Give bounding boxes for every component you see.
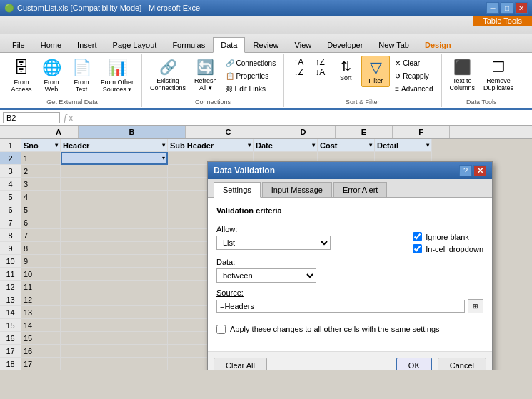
tab-developer[interactable]: Developer	[319, 36, 371, 52]
tab-data[interactable]: Data	[213, 37, 245, 53]
reapply-button[interactable]: ↺ Reapply	[391, 70, 436, 82]
properties-label: Properties	[236, 72, 269, 80]
remove-duplicates-button[interactable]: ❒ RemoveDuplicates	[480, 56, 517, 94]
existing-connections-button[interactable]: 🔗 ExistingConnections	[146, 56, 189, 94]
ignore-blank-label: Ignore blank	[426, 233, 469, 241]
tab-new-tab[interactable]: New Tab	[371, 36, 417, 52]
close-button[interactable]: ✕	[515, 2, 528, 14]
tab-insert[interactable]: Insert	[69, 36, 105, 52]
clear-button[interactable]: ✕ Clear	[391, 57, 436, 69]
source-expand-icon: ⊞	[473, 303, 478, 310]
data-tools-label: Data Tools	[466, 97, 496, 106]
clear-icon: ✕	[395, 59, 401, 67]
tab-formulas[interactable]: Formulas	[164, 36, 213, 52]
dialog-tab-input-message[interactable]: Input Message	[262, 182, 332, 197]
top-bar: Table Tools	[0, 16, 532, 34]
data-tools-buttons: ⬛ Text toColumns ❒ RemoveDuplicates	[446, 56, 518, 97]
existing-connections-icon: 🔗	[159, 59, 177, 76]
connections-icon: 🔗	[226, 59, 234, 67]
from-web-button[interactable]: 🌐 FromWeb	[37, 56, 66, 96]
maximize-button[interactable]: □	[501, 2, 513, 14]
in-cell-dropdown-label: In-cell dropdown	[426, 245, 483, 253]
dialog-tab-settings[interactable]: Settings	[214, 182, 261, 198]
source-row: Source: ⊞	[216, 288, 483, 313]
sort-filter-buttons: ↑A↓Z ↑Z↓A ⇅ Sort ▽ Filter	[288, 56, 436, 97]
filter-button[interactable]: ▽ Filter	[361, 56, 390, 87]
in-cell-dropdown-checkbox[interactable]	[413, 244, 422, 253]
excel-icon: 🟢	[4, 4, 14, 13]
title-bar-left: 🟢 CustomList.xls [Compatibility Mode] - …	[4, 4, 202, 13]
sort-az-icon: ↑A↓Z	[293, 57, 303, 77]
validation-criteria-label: Validation criteria	[216, 206, 483, 215]
tab-design[interactable]: Design	[417, 36, 459, 52]
name-box[interactable]	[3, 112, 60, 123]
apply-label: Apply these changes to all other cells w…	[230, 325, 440, 333]
existing-connections-label: ExistingConnections	[150, 77, 186, 91]
table-tools-area: Table Tools	[473, 16, 532, 26]
sort-filter-label: Sort & Filter	[346, 97, 380, 106]
advanced-button[interactable]: ≡ Advanced	[391, 83, 436, 95]
sort-za-button[interactable]: ↑Z↓A	[310, 56, 330, 79]
ignore-blank-checkbox[interactable]	[413, 232, 422, 241]
from-access-button[interactable]: 🗄 FromAccess	[7, 56, 36, 96]
from-text-label: FromText	[74, 79, 89, 93]
sort-label: Sort	[340, 74, 352, 81]
connections-small-button[interactable]: 🔗 Connections	[222, 57, 280, 69]
from-text-icon: 📄	[72, 59, 91, 77]
properties-icon: 📋	[226, 72, 234, 80]
remove-duplicates-label: RemoveDuplicates	[483, 77, 513, 91]
source-label: Source:	[216, 288, 483, 297]
dialog-title-bar: Data Validation ? ✕	[208, 162, 492, 179]
apply-checkbox[interactable]	[216, 325, 226, 334]
tab-home[interactable]: Home	[33, 36, 69, 52]
tab-page-layout[interactable]: Page Layout	[105, 36, 165, 52]
refresh-all-icon: 🔄	[196, 59, 214, 76]
ignore-blank-row: Ignore blank	[413, 232, 483, 241]
data-select[interactable]: between not between equal to not equal t…	[216, 268, 316, 283]
dialog-tabs: Settings Input Message Error Alert	[208, 179, 492, 198]
source-expand-button[interactable]: ⊞	[468, 299, 483, 313]
from-text-button[interactable]: 📄 FromText	[67, 56, 96, 96]
reapply-label: Reapply	[403, 72, 429, 80]
tab-review[interactable]: Review	[245, 36, 286, 52]
get-external-data-buttons: 🗄 FromAccess 🌐 FromWeb 📄 FromText 📊 From…	[7, 56, 137, 97]
sort-button[interactable]: ⇅ Sort	[331, 56, 360, 84]
dialog-close-button[interactable]: ✕	[473, 165, 486, 176]
from-other-sources-button[interactable]: 📊 From OtherSources ▾	[97, 56, 137, 96]
allow-select[interactable]: List Any value Whole number Decimal Date…	[216, 236, 331, 250]
connections-small-group: 🔗 Connections 📋 Properties ⛓ Edit Links	[222, 56, 280, 95]
dialog-tab-error-alert[interactable]: Error Alert	[333, 182, 388, 197]
connections-small-label: Connections	[236, 59, 276, 67]
spreadsheet: A B C D E F 1 2 3 4 5 6 7 8 9 10 11 12 1…	[0, 126, 532, 370]
from-access-icon: 🗄	[14, 59, 29, 77]
minimize-button[interactable]: ─	[486, 2, 499, 14]
text-to-columns-icon: ⬛	[453, 59, 471, 76]
connections-buttons: 🔗 ExistingConnections 🔄 RefreshAll ▾ 🔗 C…	[146, 56, 279, 97]
dialog-help-button[interactable]: ?	[459, 165, 472, 176]
formula-input[interactable]	[76, 113, 529, 122]
ok-button[interactable]: OK	[396, 358, 432, 370]
title-bar-title: CustomList.xls [Compatibility Mode] - Mi…	[17, 4, 202, 12]
tab-file[interactable]: File	[4, 36, 33, 52]
ribbon: 🗄 FromAccess 🌐 FromWeb 📄 FromText 📊 From…	[0, 53, 532, 110]
sort-az-button[interactable]: ↑A↓Z	[288, 56, 308, 79]
from-access-label: FromAccess	[11, 79, 31, 93]
refresh-all-button[interactable]: 🔄 RefreshAll ▾	[191, 56, 221, 94]
edit-links-button[interactable]: ⛓ Edit Links	[222, 83, 280, 95]
cancel-button[interactable]: Cancel	[438, 358, 486, 370]
text-to-columns-button[interactable]: ⬛ Text toColumns	[446, 56, 479, 94]
tab-view[interactable]: View	[287, 36, 320, 52]
from-other-sources-label: From OtherSources ▾	[101, 79, 134, 93]
clear-all-button[interactable]: Clear All	[214, 358, 267, 370]
source-input[interactable]	[216, 300, 465, 313]
formula-bar-divider: ƒx	[63, 112, 74, 123]
ribbon-group-sort-filter: ↑A↓Z ↑Z↓A ⇅ Sort ▽ Filter	[284, 54, 441, 107]
data-label: Data:	[216, 258, 483, 266]
apply-checkbox-row: Apply these changes to all other cells w…	[216, 325, 483, 334]
table-tools-label: Table Tools	[483, 16, 522, 25]
reapply-icon: ↺	[395, 72, 401, 80]
refresh-all-label: RefreshAll ▾	[194, 77, 217, 91]
ribbon-group-get-external-data: 🗄 FromAccess 🌐 FromWeb 📄 FromText 📊 From…	[3, 54, 142, 107]
properties-button[interactable]: 📋 Properties	[222, 70, 280, 82]
filter-icon: ▽	[370, 59, 382, 77]
